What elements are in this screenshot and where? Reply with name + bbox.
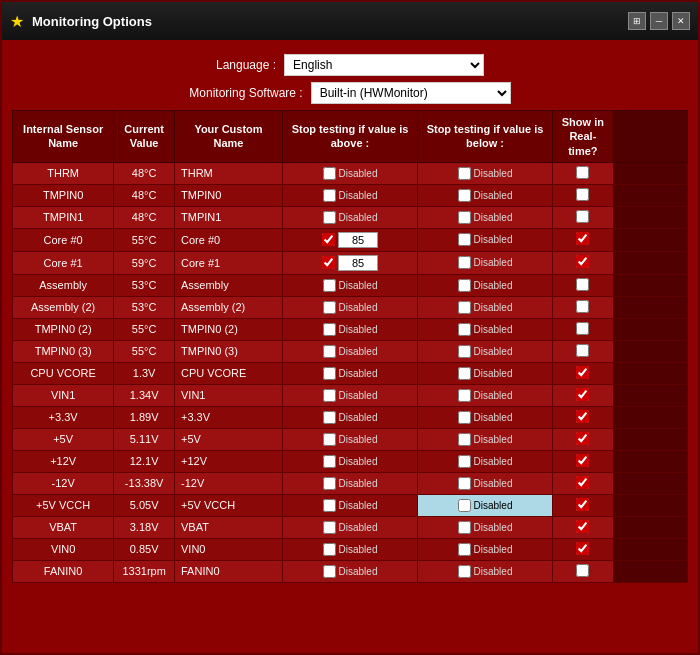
above-checkbox[interactable] [323,455,336,468]
above-checkbox[interactable] [323,301,336,314]
above-checkbox[interactable] [323,521,336,534]
show-checkbox[interactable] [576,388,589,401]
above-checkbox[interactable] [323,389,336,402]
below-checkbox[interactable] [458,189,471,202]
stop-above-cell: Disabled [283,184,418,206]
below-checkbox[interactable] [458,411,471,424]
language-select[interactable]: English French German Spanish [284,54,484,76]
current-value-cell: 12.1V [114,450,175,472]
above-checkbox[interactable] [323,565,336,578]
table-row: +5V5.11V+5VDisabledDisabled [13,428,688,450]
show-checkbox[interactable] [576,476,589,489]
header-show: Show in Real-time? [553,111,614,163]
below-checkbox[interactable] [458,211,471,224]
monitoring-software-row: Monitoring Software : Built-in (HWMonito… [12,82,688,104]
below-checkbox[interactable] [458,301,471,314]
above-value-label: Disabled [339,368,378,379]
stop-below-cell: Disabled [418,450,553,472]
current-value-cell: 1.89V [114,406,175,428]
below-checkbox[interactable] [458,279,471,292]
stop-above-cell: Disabled [283,428,418,450]
above-checkbox[interactable] [323,433,336,446]
show-checkbox[interactable] [576,255,589,268]
show-realtime-cell [553,206,614,228]
show-checkbox[interactable] [576,454,589,467]
show-checkbox[interactable] [576,166,589,179]
restore-button[interactable]: ⊞ [628,12,646,30]
scroll-cell [613,406,687,428]
below-checkbox[interactable] [458,543,471,556]
above-value-label: Disabled [339,500,378,511]
below-checkbox[interactable] [458,455,471,468]
minimize-button[interactable]: ─ [650,12,668,30]
above-checkbox[interactable] [323,167,336,180]
show-checkbox[interactable] [576,210,589,223]
show-checkbox[interactable] [576,410,589,423]
stop-above-cell: Disabled [283,516,418,538]
below-checkbox[interactable] [458,367,471,380]
below-checkbox[interactable] [458,499,471,512]
below-value-label: Disabled [474,234,513,245]
below-value-label: Disabled [474,368,513,379]
below-checkbox[interactable] [458,389,471,402]
show-checkbox[interactable] [576,232,589,245]
show-checkbox[interactable] [576,520,589,533]
sensor-name-cell: Core #1 [13,251,114,274]
show-checkbox[interactable] [576,498,589,511]
below-value-label: Disabled [474,434,513,445]
scroll-cell [613,318,687,340]
above-value-input[interactable] [338,232,378,248]
above-checkbox[interactable] [323,189,336,202]
stop-below-cell: Disabled [418,274,553,296]
show-checkbox[interactable] [576,344,589,357]
above-checkbox[interactable] [323,367,336,380]
table-row: FANIN01331rpmFANIN0DisabledDisabled [13,560,688,582]
scroll-cell [613,206,687,228]
below-checkbox[interactable] [458,521,471,534]
below-checkbox[interactable] [458,167,471,180]
below-checkbox[interactable] [458,345,471,358]
above-checkbox[interactable] [323,411,336,424]
above-checkbox[interactable] [323,477,336,490]
table-row: +3.3V1.89V+3.3VDisabledDisabled [13,406,688,428]
above-checkbox[interactable] [323,323,336,336]
above-checkbox[interactable] [323,345,336,358]
scroll-cell [613,428,687,450]
show-checkbox[interactable] [576,300,589,313]
scroll-cell [613,228,687,251]
below-checkbox[interactable] [458,233,471,246]
show-checkbox[interactable] [576,322,589,335]
show-checkbox[interactable] [576,366,589,379]
show-realtime-cell [553,362,614,384]
above-value-label: Disabled [339,566,378,577]
table-row: TMPIN148°CTMPIN1DisabledDisabled [13,206,688,228]
custom-name-cell: +3.3V [175,406,283,428]
above-checkbox[interactable] [323,499,336,512]
show-checkbox[interactable] [576,432,589,445]
above-value-input[interactable] [338,255,378,271]
above-checkbox[interactable] [322,233,335,246]
above-value-label: Disabled [339,434,378,445]
sensor-name-cell: TMPIN0 (2) [13,318,114,340]
below-checkbox[interactable] [458,256,471,269]
below-checkbox[interactable] [458,477,471,490]
monitoring-software-select[interactable]: Built-in (HWMonitor) HWMonitor SpeedFan [311,82,511,104]
below-checkbox[interactable] [458,565,471,578]
below-checkbox[interactable] [458,323,471,336]
below-checkbox[interactable] [458,433,471,446]
show-realtime-cell [553,162,614,184]
show-checkbox[interactable] [576,188,589,201]
above-value-label: Disabled [339,544,378,555]
header-scroll [613,111,687,163]
show-checkbox[interactable] [576,564,589,577]
table-row: Core #159°CCore #1Disabled [13,251,688,274]
show-checkbox[interactable] [576,278,589,291]
show-checkbox[interactable] [576,542,589,555]
close-button[interactable]: ✕ [672,12,690,30]
below-value-label: Disabled [474,280,513,291]
above-checkbox[interactable] [322,256,335,269]
sensor-name-cell: VIN1 [13,384,114,406]
above-checkbox[interactable] [323,543,336,556]
above-checkbox[interactable] [323,279,336,292]
above-checkbox[interactable] [323,211,336,224]
